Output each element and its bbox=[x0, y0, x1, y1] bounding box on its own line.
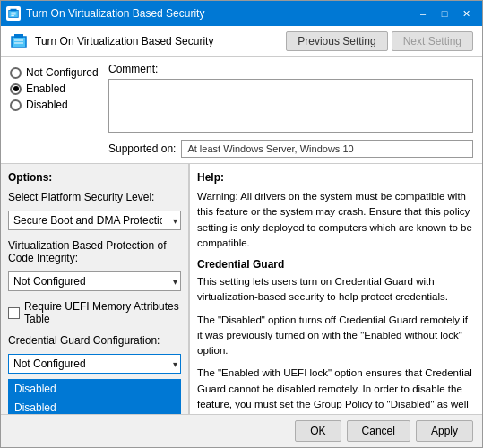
cancel-button[interactable]: Cancel bbox=[347, 420, 410, 442]
dropdown-selected-text: Disabled bbox=[14, 383, 56, 395]
previous-setting-button[interactable]: Previous Setting bbox=[286, 31, 387, 51]
help-subtitle-credential: Credential Guard bbox=[197, 258, 475, 271]
header-title: Turn On Virtualization Based Security bbox=[35, 35, 279, 47]
header-buttons: Previous Setting Next Setting bbox=[286, 31, 473, 51]
footer: OK Cancel Apply bbox=[1, 414, 482, 447]
supported-label: Supported on: bbox=[108, 142, 176, 155]
radio-circle-disabled bbox=[10, 99, 22, 111]
radio-disabled[interactable]: Disabled bbox=[10, 99, 108, 111]
header-area: Turn On Virtualization Based Security Pr… bbox=[1, 26, 482, 57]
supported-value: At least Windows Server, Windows 10 bbox=[181, 140, 473, 158]
radio-label-not-configured: Not Configured bbox=[26, 66, 99, 79]
close-button[interactable]: ✕ bbox=[455, 4, 477, 22]
radio-label-disabled: Disabled bbox=[26, 99, 68, 111]
svg-rect-6 bbox=[14, 34, 23, 38]
radio-enabled[interactable]: Enabled bbox=[10, 82, 108, 95]
radio-group: Not Configured Enabled Disabled bbox=[10, 63, 108, 158]
credential-dropdown-open: Disabled Disabled Enabled with UEFI lock… bbox=[8, 379, 181, 414]
platform-dropdown-container: Secure Boot and DMA Protection ▾ bbox=[8, 211, 181, 230]
comment-label: Comment: bbox=[108, 63, 473, 75]
integrity-dropdown-container: Not Configured ▾ bbox=[8, 271, 181, 291]
title-bar: Turn On Virtualization Based Security – … bbox=[1, 1, 482, 26]
svg-rect-1 bbox=[11, 9, 17, 12]
platform-dropdown[interactable]: Secure Boot and DMA Protection bbox=[8, 211, 181, 230]
platform-label: Select Platform Security Level: bbox=[8, 191, 181, 203]
window-icon bbox=[6, 6, 21, 21]
help-para-3: The "Disabled" option turns off Credenti… bbox=[197, 313, 475, 359]
maximize-button[interactable]: □ bbox=[434, 4, 455, 22]
radio-label-enabled: Enabled bbox=[26, 82, 65, 95]
radio-not-configured[interactable]: Not Configured bbox=[10, 66, 108, 79]
credential-dropdown-closed: Not Configured ▾ bbox=[8, 354, 181, 374]
supported-row: Supported on: At least Windows Server, W… bbox=[108, 140, 473, 158]
svg-rect-5 bbox=[12, 37, 26, 47]
dropdown-item-disabled[interactable]: Disabled bbox=[9, 399, 180, 414]
uefi-checkbox[interactable] bbox=[8, 307, 20, 319]
uefi-checkbox-label: Require UEFI Memory Attributes Table bbox=[24, 300, 181, 325]
help-title: Help: bbox=[197, 171, 475, 184]
comment-input[interactable] bbox=[108, 79, 473, 133]
header-icon bbox=[10, 32, 28, 50]
title-bar-controls: – □ ✕ bbox=[412, 4, 477, 22]
main-content: Options: Select Platform Security Level:… bbox=[1, 164, 482, 414]
checkbox-row[interactable]: Require UEFI Memory Attributes Table bbox=[8, 300, 181, 325]
radio-circle-enabled bbox=[10, 83, 22, 95]
comment-section: Comment: Supported on: At least Windows … bbox=[108, 63, 473, 158]
options-title: Options: bbox=[8, 171, 181, 184]
help-para-0: Warning: All drivers on the system must … bbox=[197, 189, 475, 251]
help-para-2: This setting lets users turn on Credenti… bbox=[197, 274, 475, 306]
title-bar-text: Turn On Virtualization Based Security bbox=[26, 7, 407, 20]
help-panel: Help: Warning: All drivers on the system… bbox=[189, 164, 482, 414]
options-panel: Options: Select Platform Security Level:… bbox=[1, 164, 189, 414]
dropdown-selected-display[interactable]: Disabled bbox=[8, 379, 181, 399]
credential-dropdown[interactable]: Not Configured bbox=[8, 354, 181, 374]
dropdown-menu: Disabled Enabled with UEFI lock Enabled … bbox=[8, 399, 181, 414]
ok-button[interactable]: OK bbox=[295, 420, 341, 442]
apply-button[interactable]: Apply bbox=[416, 420, 473, 442]
main-window: Turn On Virtualization Based Security – … bbox=[0, 0, 483, 448]
radio-circle-not-configured bbox=[10, 67, 22, 79]
integrity-dropdown[interactable]: Not Configured bbox=[8, 271, 181, 291]
next-setting-button[interactable]: Next Setting bbox=[392, 31, 473, 51]
config-area: Not Configured Enabled Disabled Comment:… bbox=[1, 57, 482, 164]
integrity-label: Virtualization Based Protection of Code … bbox=[8, 239, 181, 264]
help-para-4: The "Enabled with UEFI lock" option ensu… bbox=[197, 366, 475, 414]
credential-label: Credential Guard Configuration: bbox=[8, 334, 181, 347]
minimize-button[interactable]: – bbox=[412, 4, 434, 22]
